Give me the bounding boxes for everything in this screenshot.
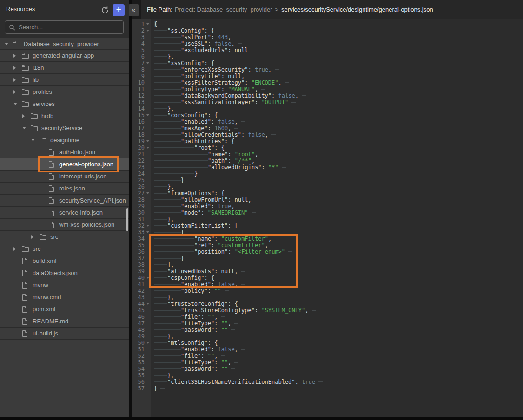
json-key-punct: },	[167, 294, 174, 301]
tree-item-wm-xss-policies-json[interactable]: wm-xss-policies.json	[0, 219, 129, 231]
caret-collapsed-icon[interactable]	[13, 78, 16, 82]
tree-scrollbar-thumb[interactable]	[126, 208, 128, 231]
code-line: "name": "customFilter",	[154, 236, 523, 242]
json-literal-value: false	[278, 92, 295, 99]
gutter-line: 19	[132, 138, 151, 144]
line-number: 42	[132, 288, 145, 294]
add-button[interactable]: +	[113, 4, 125, 16]
line-number: 3	[132, 34, 145, 40]
caret-collapsed-icon[interactable]	[13, 90, 16, 94]
tree-item-ui-build-js[interactable]: ui-build.js	[0, 328, 129, 340]
fold-caret-icon[interactable]	[145, 229, 150, 236]
tree-item-label: service-info.json	[59, 209, 103, 216]
tree-item-auth-info-json[interactable]: auth-info.json	[0, 146, 129, 158]
fold-caret-placeholder	[145, 353, 150, 359]
json-key-punct: }	[154, 385, 157, 392]
fold-caret-icon[interactable]	[145, 27, 150, 34]
json-string-value: "customFilter"	[218, 242, 265, 249]
tree-item-mvnw[interactable]: mvnw	[0, 279, 129, 291]
tree-item-intercept-urls-json[interactable]: intercept-urls.json	[0, 171, 129, 183]
tree-item-securityservice[interactable]: securityService	[0, 122, 129, 134]
search-input[interactable]	[19, 24, 119, 31]
fold-caret-placeholder	[145, 262, 150, 268]
tree-item-services[interactable]: services	[0, 98, 129, 110]
fold-caret-icon[interactable]	[145, 301, 150, 307]
json-key-punct: "allowFromUrl": null,	[181, 197, 252, 203]
fold-caret-icon[interactable]	[145, 223, 150, 229]
fold-caret-icon[interactable]	[145, 190, 150, 197]
fold-caret-icon[interactable]	[145, 60, 150, 66]
caret-expanded-icon[interactable]	[31, 139, 35, 141]
tree-item-service-info-json[interactable]: service-info.json	[0, 207, 129, 219]
line-number: 25	[132, 177, 145, 184]
trailing-whitespace-mark	[221, 314, 225, 320]
tree-item-dataobjects-json[interactable]: dataObjects.json	[0, 267, 129, 279]
tree-item-designtime[interactable]: designtime	[0, 134, 129, 146]
tree-item-hrdb[interactable]: hrdb	[0, 110, 129, 122]
caret-collapsed-icon[interactable]	[22, 114, 25, 118]
tree-item-general-options-json[interactable]: general-options.json	[0, 158, 129, 171]
json-key-punct: ,	[255, 151, 258, 158]
tree-item-readme-md[interactable]: README.md	[0, 315, 129, 328]
tree-item-label: wm-xss-policies.json	[59, 221, 114, 228]
tree-item-mvnw-cmd[interactable]: mvnw.cmd	[0, 291, 129, 303]
caret-expanded-icon[interactable]	[22, 127, 26, 129]
line-number: 17	[132, 125, 145, 131]
caret-collapsed-icon[interactable]	[13, 66, 16, 70]
fold-caret-placeholder	[145, 307, 150, 314]
tree-item-securityservice-api-json[interactable]: securityService_API.json	[0, 195, 129, 207]
tree-item-roles-json[interactable]: roles.json	[0, 183, 129, 195]
fold-caret-icon[interactable]	[145, 112, 150, 118]
tree-item-label: src	[33, 245, 40, 252]
fold-caret-icon[interactable]	[145, 144, 150, 151]
tree-item-database-security-provider[interactable]: Database_security_provider	[0, 38, 129, 50]
search-box[interactable]	[5, 20, 124, 34]
json-literal-value: false	[218, 346, 234, 353]
trailing-whitespace-mark	[234, 320, 238, 327]
fold-caret-icon[interactable]	[145, 340, 150, 346]
fold-caret-placeholder	[145, 79, 150, 86]
fold-caret-icon[interactable]	[145, 275, 150, 281]
caret-expanded-icon[interactable]	[5, 43, 8, 45]
refresh-button[interactable]	[100, 6, 110, 15]
tree-item-lib[interactable]: lib	[0, 74, 129, 86]
fold-caret-placeholder	[145, 281, 150, 288]
indent-guide	[154, 197, 181, 203]
caret-expanded-icon[interactable]	[13, 103, 17, 105]
tree-item-src[interactable]: src	[0, 243, 129, 255]
line-number: 13	[132, 99, 145, 105]
fold-caret-placeholder	[145, 66, 150, 73]
caret-collapsed-icon[interactable]	[31, 235, 33, 239]
line-number: 33	[132, 229, 145, 236]
gutter-line: 52	[132, 353, 151, 359]
json-string-value: "<Filter enum>"	[235, 249, 285, 255]
caret-collapsed-icon[interactable]	[13, 54, 16, 58]
trailing-whitespace-mark	[271, 131, 276, 138]
tree-item-i18n[interactable]: i18n	[0, 62, 129, 74]
fold-caret-icon[interactable]	[145, 138, 150, 144]
line-number: 26	[132, 184, 145, 190]
gutter-line: 28	[132, 197, 151, 203]
line-number: 30	[132, 210, 145, 216]
line-number: 19	[132, 138, 145, 144]
indent-guide	[154, 92, 181, 99]
tree-item-build-xml[interactable]: build.xml	[0, 255, 129, 267]
gutter-line: 54	[132, 366, 151, 372]
tree-item-profiles[interactable]: profiles	[0, 86, 129, 98]
fold-caret-icon[interactable]	[145, 21, 150, 27]
gutter-line: 38	[132, 262, 151, 268]
indent-guide	[154, 118, 181, 125]
json-key-punct: "xssSanitizationLayer":	[181, 99, 261, 105]
indent-guide	[154, 99, 181, 105]
tree-item-src[interactable]: src	[0, 231, 129, 243]
line-number: 23	[132, 164, 145, 171]
collapse-panel-button[interactable]: «	[129, 4, 139, 16]
panel-divider[interactable]	[129, 0, 132, 417]
caret-collapsed-icon[interactable]	[13, 247, 16, 251]
gutter-line: 16	[132, 118, 151, 125]
fold-caret-placeholder	[145, 288, 150, 294]
code-editor[interactable]: 1234567891011121314151617181920212223242…	[132, 19, 523, 417]
tree-item-generated-angular-app[interactable]: generated-angular-app	[0, 50, 129, 62]
gutter-line: 3	[132, 34, 151, 40]
tree-item-pom-xml[interactable]: pom.xml	[0, 303, 129, 315]
